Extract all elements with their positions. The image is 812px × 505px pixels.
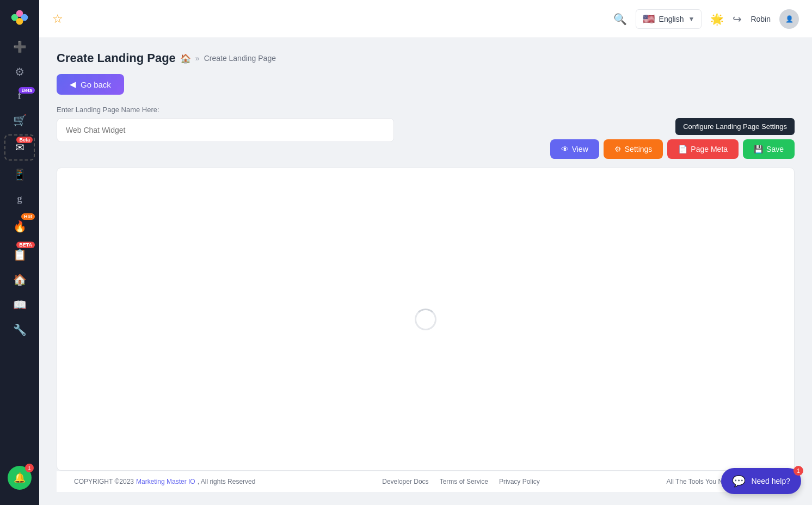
footer: COPYRIGHT ©2023 Marketing Master IO , Al… (57, 471, 795, 492)
page-meta-button[interactable]: 📄 Page Meta (667, 139, 739, 159)
sidebar-item-house[interactable]: 🏠 (0, 268, 39, 292)
arrow-left-icon: ◀ (70, 79, 76, 89)
action-buttons: 👁 View ⚙ Settings 📄 Page Meta 💾 (550, 139, 795, 159)
company-link[interactable]: Marketing Master IO (136, 478, 195, 485)
svg-point-3 (16, 18, 23, 25)
save-icon: 💾 (754, 145, 763, 153)
settings-icon: ⚙ (15, 65, 24, 78)
footer-links: Developer Docs Terms of Service Privacy … (382, 478, 539, 485)
breadcrumb: Create Landing Page 🏠 » Create Landing P… (57, 51, 795, 65)
terms-of-service-link[interactable]: Terms of Service (440, 478, 488, 485)
sidebar: ➕ ⚙ Beta f 🛒 Beta ✉ 📱 g Hot 🔥 (0, 0, 39, 505)
sidebar-item-social[interactable]: Beta f (0, 85, 39, 107)
view-label: View (572, 145, 588, 153)
favorite-icon[interactable]: ☆ (52, 12, 63, 26)
sidebar-item-settings[interactable]: ⚙ (0, 60, 39, 84)
chat-icon: 💬 (732, 475, 746, 488)
header: ☆ 🔍 🇺🇸 English ▼ 🌟 ↪ Robin 👤 (39, 0, 812, 38)
save-button[interactable]: 💾 Save (743, 139, 795, 159)
sidebar-item-add-content[interactable]: ➕ (0, 35, 39, 59)
settings-btn-icon: ⚙ (614, 145, 622, 153)
loading-spinner (415, 309, 436, 330)
form-label: Enter Landing Page Name Here: (57, 106, 795, 114)
home-icon[interactable]: 🏠 (180, 53, 191, 64)
sidebar-item-email[interactable]: Beta ✉ (4, 134, 35, 161)
language-label: English (659, 15, 684, 23)
tools-icon: 🔧 (13, 323, 27, 336)
tooltip-text: Configure Landing Page Settings (683, 122, 787, 131)
beta-last-badge: BETA (16, 242, 35, 248)
sidebar-nav: ➕ ⚙ Beta f 🛒 Beta ✉ 📱 g Hot 🔥 (0, 35, 39, 464)
name-input-row: Configure Landing Page Settings 👁 View ⚙… (57, 118, 795, 159)
header-left: ☆ (52, 12, 63, 26)
sidebar-item-book[interactable]: 📖 (0, 293, 39, 317)
logout-icon[interactable]: ↪ (733, 13, 742, 26)
settings-button[interactable]: ⚙ Settings (604, 139, 663, 159)
main-area: ☆ 🔍 🇺🇸 English ▼ 🌟 ↪ Robin 👤 Create Land… (39, 0, 812, 505)
sidebar-item-cart[interactable]: 🛒 (0, 108, 39, 132)
flag-icon: 🇺🇸 (643, 13, 655, 25)
chevron-down-icon: ▼ (688, 15, 695, 23)
view-button[interactable]: 👁 View (550, 139, 599, 159)
bell-icon: 🔔 (14, 472, 26, 484)
beta-last-icon: 📋 (13, 248, 27, 261)
sidebar-item-hot[interactable]: Hot 🔥 (0, 211, 39, 238)
hot-badge: Hot (21, 213, 35, 220)
avatar: 👤 (779, 9, 799, 29)
sidebar-item-google[interactable]: g (0, 188, 39, 210)
breadcrumb-current: Create Landing Page (204, 54, 276, 63)
app-logo[interactable] (9, 7, 30, 28)
avatar-initials: 👤 (785, 15, 793, 23)
search-icon[interactable]: 🔍 (613, 13, 627, 26)
user-name: Robin (751, 15, 771, 23)
copyright-text: COPYRIGHT ©2023 (74, 478, 134, 485)
settings-label: Settings (625, 145, 653, 153)
sidebar-item-mobile[interactable]: 📱 (0, 163, 39, 187)
page-meta-label: Page Meta (691, 145, 728, 153)
editor-area (57, 168, 795, 471)
chat-label: Need help? (751, 477, 790, 485)
google-icon: g (17, 193, 22, 205)
beta2-badge: Beta (16, 137, 33, 143)
configure-settings-tooltip: Configure Landing Page Settings (675, 118, 795, 135)
form-area: Enter Landing Page Name Here: Configure … (57, 106, 795, 159)
cart-icon: 🛒 (13, 114, 27, 127)
add-icon: ➕ (13, 40, 27, 53)
landing-page-name-input[interactable] (57, 118, 394, 142)
privacy-policy-link[interactable]: Privacy Policy (499, 478, 540, 485)
sun-icon[interactable]: 🌟 (710, 13, 724, 26)
notification-count: 1 (25, 464, 34, 472)
beta-badge: Beta (19, 87, 35, 94)
go-back-button[interactable]: ◀ Go back (57, 74, 124, 95)
sidebar-item-beta-last[interactable]: BETA 📋 (0, 239, 39, 267)
breadcrumb-separator: » (195, 54, 200, 63)
developer-docs-link[interactable]: Developer Docs (382, 478, 428, 485)
house-icon: 🏠 (13, 273, 27, 286)
sidebar-item-tools[interactable]: 🔧 (0, 318, 39, 342)
language-selector[interactable]: 🇺🇸 English ▼ (636, 9, 702, 29)
chat-badge: 1 (793, 466, 803, 476)
file-icon: 📄 (678, 145, 687, 153)
rights-text: , All rights Reserved (198, 478, 256, 485)
save-label: Save (766, 145, 784, 153)
header-right: 🔍 🇺🇸 English ▼ 🌟 ↪ Robin 👤 (613, 9, 799, 29)
hot-icon: 🔥 (13, 220, 27, 233)
page-title: Create Landing Page (57, 51, 176, 65)
go-back-label: Go back (81, 80, 111, 89)
eye-icon: 👁 (561, 145, 569, 153)
chat-widget[interactable]: 1 💬 Need help? (721, 468, 801, 494)
mobile-icon: 📱 (13, 168, 27, 181)
book-icon: 📖 (13, 298, 27, 311)
notification-button[interactable]: 🔔 1 (8, 466, 32, 490)
page-content: Create Landing Page 🏠 » Create Landing P… (39, 38, 812, 505)
footer-copyright: COPYRIGHT ©2023 Marketing Master IO , Al… (74, 478, 255, 485)
